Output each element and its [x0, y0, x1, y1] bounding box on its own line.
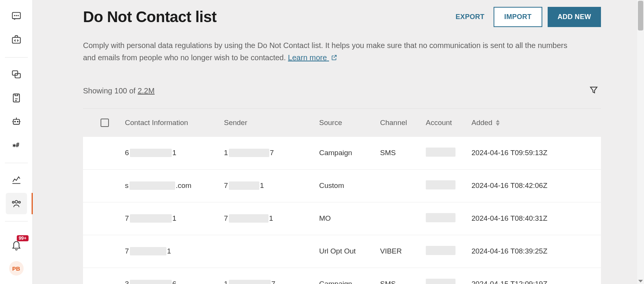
svg-point-3: [18, 15, 18, 16]
sort-icon: [495, 120, 500, 126]
header-actions: EXPORT IMPORT ADD NEW: [452, 7, 601, 27]
cell-channel: SMS: [380, 280, 426, 284]
cell-source: Custom: [319, 181, 380, 190]
cell-sender: 17: [224, 149, 319, 157]
cell-added: 2024-04-16 T08:42:06Z: [471, 181, 586, 190]
table-row[interactable]: 7171MO2024-04-16 T08:40:31Z: [83, 202, 601, 235]
briefcase-code-icon: [11, 34, 22, 45]
table-row[interactable]: 71Url Opt OutVIBER2024-04-16 T08:39:25Z: [83, 235, 601, 268]
svg-point-12: [15, 201, 18, 203]
user-avatar[interactable]: PB: [9, 261, 24, 276]
cell-account: [426, 279, 471, 284]
table-row[interactable]: 3617CampaignSMS2024-04-15 T12:09:19Z: [83, 268, 601, 284]
main-content: Do Not Contact list EXPORT IMPORT ADD NE…: [33, 0, 644, 284]
svg-point-9: [14, 121, 15, 122]
th-account[interactable]: Account: [426, 119, 471, 127]
cell-sender: 71: [224, 181, 319, 190]
cell-contact-information: 71: [125, 247, 224, 255]
filter-button[interactable]: [586, 83, 601, 99]
svg-point-13: [12, 201, 14, 203]
svg-rect-4: [12, 37, 20, 43]
page-title: Do Not Contact list: [83, 8, 216, 26]
sidebar-divider: [5, 57, 28, 58]
table-row[interactable]: 6117CampaignSMS2024-04-16 T09:59:13Z: [83, 137, 601, 170]
cell-account: [426, 180, 471, 191]
sidebar-item-templates[interactable]: [6, 87, 27, 109]
cell-source: Url Opt Out: [319, 247, 380, 255]
export-button[interactable]: EXPORT: [452, 8, 488, 26]
cell-account: [426, 246, 471, 257]
cell-account: [426, 148, 471, 159]
cell-added: 2024-04-16 T08:40:31Z: [471, 214, 586, 223]
sidebar-item-regex[interactable]: ✱#: [6, 135, 27, 156]
cell-contact-information: 36: [125, 280, 224, 284]
cell-channel: VIBER: [380, 247, 426, 255]
sidebar-divider: [5, 163, 28, 163]
svg-point-1: [14, 15, 14, 16]
th-contact[interactable]: Contact Information: [125, 119, 224, 127]
conversations-icon: [11, 69, 22, 80]
notifications-button[interactable]: 99+: [11, 240, 22, 252]
cell-contact-information: s.com: [125, 181, 224, 190]
scrollbar-arrow-down-icon[interactable]: [638, 280, 643, 282]
th-sender[interactable]: Sender: [224, 119, 319, 127]
svg-rect-8: [13, 119, 19, 124]
cell-channel: SMS: [380, 149, 426, 157]
th-source[interactable]: Source: [319, 119, 380, 127]
th-added[interactable]: Added: [471, 119, 586, 127]
sidebar: ✱# 99+ PB: [0, 0, 33, 284]
scrollbar-thumb[interactable]: [638, 1, 643, 30]
user-initials: PB: [12, 265, 20, 272]
scrollbar-track[interactable]: [637, 0, 644, 284]
notification-badge: 99+: [17, 235, 28, 241]
cell-added: 2024-04-16 T08:39:25Z: [471, 247, 586, 255]
cell-source: Campaign: [319, 149, 380, 157]
sidebar-item-people[interactable]: [6, 193, 27, 214]
sidebar-item-messages[interactable]: [6, 5, 27, 27]
svg-point-10: [17, 121, 18, 122]
chart-line-icon: [11, 175, 22, 185]
message-icon: [11, 11, 22, 21]
bell-icon: [11, 240, 22, 250]
templates-icon: [11, 93, 22, 103]
cell-sender: 71: [224, 214, 319, 223]
add-new-button[interactable]: ADD NEW: [548, 7, 601, 27]
bot-icon: [11, 116, 22, 127]
sidebar-item-bot[interactable]: [6, 111, 27, 132]
svg-text:✱#: ✱#: [12, 142, 19, 149]
page-description: Comply with personal data regulations by…: [83, 39, 570, 64]
cell-source: Campaign: [319, 280, 380, 284]
table-body: 6117CampaignSMS2024-04-16 T09:59:13Zs.co…: [83, 137, 601, 284]
sidebar-item-analytics[interactable]: [6, 169, 27, 191]
cell-contact-information: 61: [125, 149, 224, 157]
cell-source: MO: [319, 214, 380, 223]
svg-point-14: [18, 201, 20, 203]
cell-contact-information: 71: [125, 214, 224, 223]
cell-account: [426, 213, 471, 224]
th-channel[interactable]: Channel: [380, 119, 426, 127]
result-count: Showing 100 of 2.2M: [83, 87, 155, 95]
cell-added: 2024-04-15 T12:09:19Z: [471, 280, 586, 284]
sidebar-divider: [5, 221, 28, 221]
table-row[interactable]: s.com71Custom2024-04-16 T08:42:06Z: [83, 170, 601, 202]
external-link-icon: [331, 52, 337, 64]
table-header: Contact Information Sender Source Channe…: [83, 109, 601, 137]
sidebar-item-conversations[interactable]: [6, 64, 27, 85]
filter-icon: [589, 85, 599, 95]
sidebar-item-code[interactable]: [6, 29, 27, 50]
select-all-checkbox[interactable]: [101, 119, 109, 127]
dnc-table: Contact Information Sender Source Channe…: [83, 108, 601, 284]
cell-sender: 17: [224, 280, 319, 284]
svg-point-2: [16, 15, 16, 16]
regex-icon: ✱#: [11, 140, 22, 151]
cell-added: 2024-04-16 T09:59:13Z: [471, 149, 586, 157]
people-icon: [11, 198, 22, 209]
learn-more-link[interactable]: Learn more: [288, 53, 337, 62]
import-button[interactable]: IMPORT: [494, 7, 542, 27]
total-count-link[interactable]: 2.2M: [137, 87, 154, 95]
